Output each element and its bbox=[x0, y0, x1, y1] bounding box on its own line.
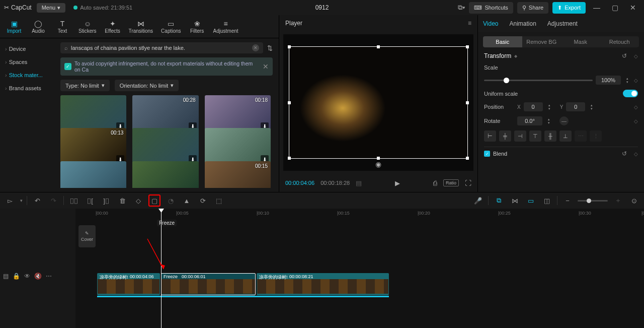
sidebar-item-spaces[interactable]: Spaces bbox=[0, 55, 54, 69]
zoom-slider[interactable] bbox=[578, 200, 608, 202]
eye-icon[interactable]: 👁 bbox=[24, 273, 30, 280]
crop-tool[interactable]: ⬚ bbox=[213, 194, 225, 207]
steering-icon[interactable]: ◉ bbox=[375, 160, 381, 168]
align-top-button[interactable]: ⊤ bbox=[529, 130, 541, 142]
trim-right-tool[interactable]: ]⌷ bbox=[100, 194, 112, 207]
playhead[interactable] bbox=[161, 209, 162, 328]
keyframe-icon[interactable]: ◇ bbox=[634, 151, 638, 157]
cover-button[interactable]: ✎ Cover bbox=[78, 225, 96, 247]
minimize-button[interactable]: ― bbox=[590, 4, 604, 12]
pointer-tool[interactable]: ▻ bbox=[4, 194, 16, 207]
keyframe-icon[interactable]: ◇ bbox=[634, 53, 638, 59]
align-bottom-button[interactable]: ⊥ bbox=[559, 130, 572, 142]
timeline-tracks[interactable]: |00:00 |00:05 |00:10 |00:15 |00:20 |00:2… bbox=[96, 209, 644, 328]
play-button[interactable]: ▶ bbox=[395, 179, 400, 187]
link-icon[interactable]: ⋈ bbox=[509, 194, 521, 207]
pos-y-value[interactable]: 0 bbox=[566, 102, 585, 111]
mute-icon[interactable]: 🔇 bbox=[34, 273, 42, 280]
align-hcenter-button[interactable]: ╪ bbox=[499, 130, 511, 142]
search-box[interactable]: ⌕ ✕ bbox=[60, 42, 263, 53]
stock-thumb[interactable] bbox=[132, 161, 198, 188]
shortcuts-button[interactable]: ⌨ Shortcuts bbox=[469, 2, 513, 14]
timeline-ruler[interactable]: |00:00 |00:05 |00:10 |00:15 |00:20 |00:2… bbox=[96, 209, 644, 219]
more-icon[interactable]: ⋯ bbox=[46, 273, 52, 280]
export-button[interactable]: ⬆ Export bbox=[552, 2, 586, 14]
tab-audio[interactable]: ◯Audio bbox=[27, 19, 49, 35]
tab-stickers[interactable]: ☺Stickers bbox=[75, 19, 100, 35]
blend-checkbox[interactable]: ✓ bbox=[484, 151, 490, 157]
preview-tracks-icon[interactable]: ◫ bbox=[541, 194, 553, 207]
tab-adjustment[interactable]: ≡Adjustment bbox=[210, 19, 242, 35]
delete-tool[interactable]: 🗑 bbox=[116, 194, 128, 207]
maximize-button[interactable]: ▢ bbox=[608, 4, 622, 12]
type-filter[interactable]: Type: No limit▾ bbox=[60, 80, 110, 91]
fullscreen-icon[interactable]: ⛶ bbox=[465, 179, 471, 187]
split-tool[interactable]: ⌷⌷ bbox=[68, 194, 80, 207]
marker-tool[interactable]: ◇ bbox=[132, 194, 144, 207]
snapshot-icon[interactable]: ⎙ bbox=[433, 179, 437, 187]
subtab-mask[interactable]: Mask bbox=[561, 36, 600, 47]
speed-tool[interactable]: ◔ bbox=[165, 194, 177, 207]
tab-import[interactable]: ▣Import bbox=[3, 19, 25, 35]
preview-frame[interactable]: ◉ bbox=[289, 46, 467, 158]
timeline-clip[interactable]: 凉亭旁的绿树! 00:00:04:06 bbox=[97, 273, 160, 295]
list-icon[interactable]: ▤ bbox=[356, 179, 362, 187]
scale-spinner[interactable]: ▴▾ bbox=[624, 77, 631, 84]
share-button[interactable]: ⚲ Share bbox=[517, 2, 548, 14]
inspector-tab-video[interactable]: Video bbox=[482, 16, 499, 31]
rotate-value[interactable]: 0.0° bbox=[517, 116, 542, 125]
magnet-icon[interactable]: ⧉ bbox=[493, 194, 505, 207]
tab-transitions[interactable]: ⋈Transitions bbox=[126, 19, 156, 35]
keyframe-icon[interactable]: ◇ bbox=[634, 104, 638, 110]
snap-icon[interactable]: ▭ bbox=[525, 194, 537, 207]
subtab-removebg[interactable]: Remove BG bbox=[522, 36, 561, 47]
inspector-tab-adjustment[interactable]: Adjustment bbox=[546, 16, 579, 31]
layout-icon[interactable]: ⧉▾ bbox=[458, 4, 465, 12]
close-button[interactable]: ✕ bbox=[626, 4, 640, 12]
lock-icon[interactable]: 🔒 bbox=[13, 273, 20, 280]
stock-thumb[interactable]: 00:15 bbox=[205, 161, 271, 188]
pos-x-spinner[interactable]: ▴▾ bbox=[546, 103, 553, 110]
scale-slider[interactable] bbox=[484, 80, 593, 81]
preview-viewport[interactable]: ◉ bbox=[283, 34, 473, 171]
stock-thumb[interactable]: ⬇ bbox=[205, 128, 271, 165]
stock-thumb[interactable]: ⬇ bbox=[60, 95, 126, 133]
stock-thumb[interactable]: ⬇ bbox=[132, 128, 198, 165]
stock-thumb[interactable]: 00:13⬇ bbox=[60, 128, 126, 165]
subtab-retouch[interactable]: Retouch bbox=[600, 36, 639, 47]
redo-button[interactable]: ↷ bbox=[47, 194, 59, 207]
keyframe-icon[interactable]: ◇ bbox=[634, 118, 638, 124]
sidebar-item-brand[interactable]: Brand assets bbox=[0, 82, 54, 95]
timeline-clip-freeze[interactable]: Freeze 00:00:06:01 bbox=[161, 273, 256, 295]
inspector-tab-animation[interactable]: Animation bbox=[508, 16, 537, 31]
distribute-v-button[interactable]: ⋮ bbox=[590, 130, 602, 142]
uniform-scale-toggle[interactable] bbox=[623, 90, 638, 97]
stock-thumb[interactable] bbox=[60, 161, 126, 188]
zoom-out-button[interactable]: − bbox=[561, 194, 574, 207]
reset-blend-icon[interactable]: ↺ bbox=[622, 150, 627, 157]
stock-thumb[interactable]: 00:28⬇ bbox=[132, 95, 198, 133]
preview-menu-icon[interactable]: ≡ bbox=[468, 20, 471, 27]
timeline-clip[interactable]: 凉亭旁的绿树! 00:00:08:21 bbox=[257, 273, 389, 295]
zoom-fit-button[interactable]: ⊙ bbox=[628, 194, 640, 207]
scale-value[interactable]: 100% bbox=[596, 76, 621, 85]
align-right-button[interactable]: ⊣ bbox=[514, 130, 526, 142]
align-vcenter-button[interactable]: ╫ bbox=[544, 130, 556, 142]
sidebar-item-device[interactable]: Device bbox=[0, 42, 54, 55]
stock-thumb[interactable]: 00:18⬇ bbox=[205, 95, 271, 133]
rotate-spinner[interactable]: ▴▾ bbox=[545, 117, 552, 124]
mic-icon[interactable]: 🎤 bbox=[472, 194, 484, 207]
trim-left-tool[interactable]: ⌷[ bbox=[84, 194, 96, 207]
sort-icon[interactable]: ⇅ bbox=[267, 44, 273, 52]
reset-transform-icon[interactable]: ↺ bbox=[622, 52, 627, 59]
align-left-button[interactable]: ⊢ bbox=[484, 130, 496, 142]
dismiss-warning-button[interactable]: ✕ bbox=[263, 62, 269, 71]
undo-button[interactable]: ↶ bbox=[31, 194, 43, 207]
track-menu-icon[interactable]: ▤ bbox=[3, 273, 9, 280]
tab-filters[interactable]: ❀Filters bbox=[186, 19, 208, 35]
tab-captions[interactable]: ▭Captions bbox=[158, 19, 184, 35]
tab-effects[interactable]: ✦Effects bbox=[102, 19, 124, 35]
search-input[interactable] bbox=[71, 45, 249, 51]
sidebar-item-stock[interactable]: Stock mater... bbox=[0, 69, 54, 82]
subtab-basic[interactable]: Basic bbox=[483, 36, 522, 47]
